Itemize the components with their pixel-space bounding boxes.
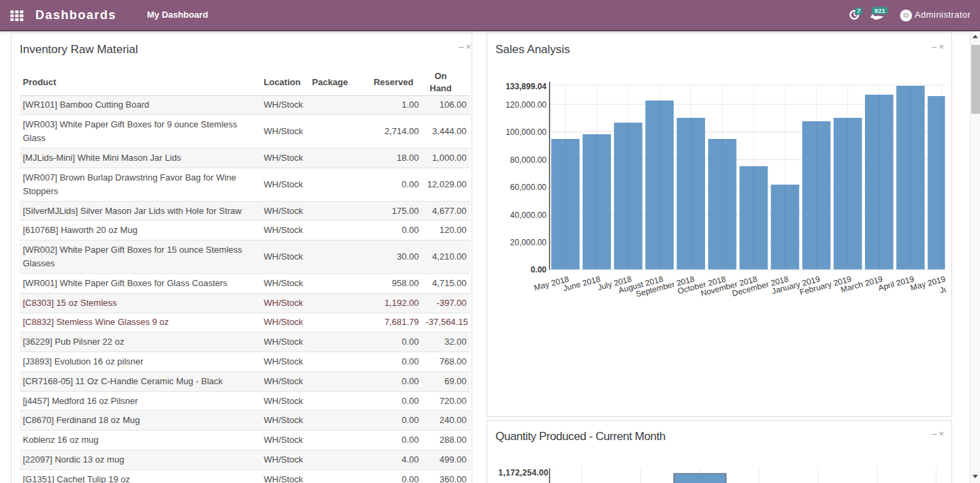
svg-text:7: 7	[857, 7, 860, 14]
svg-text:921: 921	[875, 7, 886, 14]
